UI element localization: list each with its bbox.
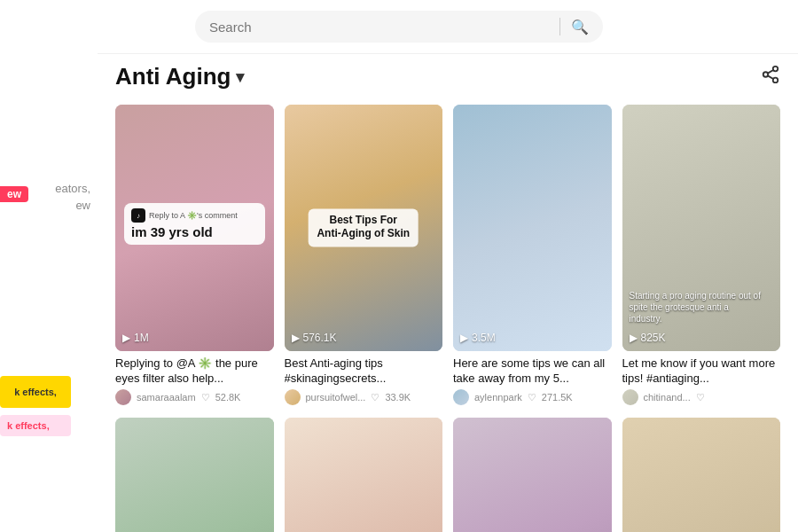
video-card-5[interactable]: [115, 418, 274, 532]
video-meta-2: pursuitofwel... ♡ 33.9K: [285, 389, 443, 405]
left-sidebar: ew eators, ew k effects, k effects,: [0, 49, 98, 532]
heart-icon-3: ♡: [528, 392, 536, 403]
likes-2: 33.9K: [385, 392, 411, 403]
video-card-3[interactable]: ▶ 3.5M Here are some tips we can all tak…: [453, 105, 612, 407]
likes-1: 52.8K: [215, 392, 241, 403]
search-icon[interactable]: 🔍: [571, 19, 589, 35]
sidebar-yellow-text: k effects,: [12, 385, 59, 399]
search-bar[interactable]: 🔍: [195, 11, 603, 43]
username-2: pursuitofwel...: [306, 392, 366, 403]
video-thumbnail-4: Starting a pro aging routine out of spit…: [622, 105, 781, 351]
avatar-3: [453, 389, 469, 405]
video-card-7[interactable]: [453, 418, 612, 532]
video-info-1: Replying to @A ✳️ the pure eyes filter a…: [115, 351, 274, 408]
main-content: Anti Aging ▾ ♪ Reply: [98, 49, 798, 532]
category-header: Anti Aging ▾: [115, 63, 780, 90]
category-title-group[interactable]: Anti Aging ▾: [115, 63, 244, 90]
sidebar-yellow-box: k effects,: [0, 376, 71, 408]
new-badge: ew: [0, 186, 28, 202]
reply-overlay-1: ♪ Reply to A ✳️'s comment im 39 yrs old: [124, 203, 265, 245]
video-meta-3: aylennpark ♡ 271.5K: [453, 389, 612, 405]
heart-icon-4: ♡: [696, 392, 705, 403]
video-thumbnail-1: ♪ Reply to A ✳️'s comment im 39 yrs old …: [115, 105, 274, 351]
video-thumbnail-3: ▶ 3.5M: [453, 105, 612, 351]
play-count-1: ▶ 1M: [122, 332, 149, 344]
video-thumbnail-5: [115, 418, 274, 532]
sidebar-effects-btn[interactable]: k effects,: [0, 415, 71, 436]
video-thumbnail-6: [285, 418, 443, 532]
video-card-1[interactable]: ♪ Reply to A ✳️'s comment im 39 yrs old …: [115, 105, 274, 407]
video-card-4[interactable]: Starting a pro aging routine out of spit…: [622, 105, 781, 407]
video-thumbnail-2: Best Tips ForAnti-Aging of Skin ▶ 576.1K: [285, 105, 443, 351]
video-thumbnail-8: [622, 418, 781, 532]
video-info-2: Best Anti-aging tips #skinagingsecrets..…: [285, 351, 443, 408]
category-title-text: Anti Aging: [115, 63, 231, 90]
username-4: chitinand...: [644, 392, 691, 403]
video-card-2[interactable]: Best Tips ForAnti-Aging of Skin ▶ 576.1K…: [285, 105, 443, 407]
video-meta-1: samaraaalam ♡ 52.8K: [115, 389, 274, 405]
best-tips-overlay: Best Tips ForAnti-Aging of Skin: [308, 208, 419, 246]
avatar-1: [115, 389, 131, 405]
svg-line-4: [768, 70, 773, 74]
search-input[interactable]: [209, 20, 549, 35]
share-icon[interactable]: [761, 65, 780, 89]
avatar-4: [622, 389, 638, 405]
svg-line-3: [768, 75, 773, 79]
video-title-2: Best Anti-aging tips #skinagingsecrets..…: [285, 356, 443, 387]
sidebar-ew-label: ew: [75, 199, 98, 212]
sidebar-button-area: k effects, k effects,: [0, 415, 80, 443]
video-card-8[interactable]: [622, 418, 781, 532]
video-title-4: Let me know if you want more tips! #anti…: [622, 356, 781, 387]
video-info-4: Let me know if you want more tips! #anti…: [622, 351, 781, 408]
tiktok-logo: ♪: [131, 208, 145, 223]
video-card-6[interactable]: [285, 418, 443, 532]
video-title-3: Here are some tips we can all take away …: [453, 356, 612, 387]
video-thumbnail-7: [453, 418, 612, 532]
video-info-3: Here are some tips we can all take away …: [453, 351, 612, 408]
username-3: aylennpark: [474, 392, 522, 403]
sidebar-creators-label: eators,: [55, 182, 98, 195]
likes-3: 271.5K: [542, 392, 573, 403]
dropdown-icon[interactable]: ▾: [236, 67, 244, 87]
video-grid: ♪ Reply to A ✳️'s comment im 39 yrs old …: [115, 105, 780, 532]
dark-overlay-4: Starting a pro aging routine out of spit…: [630, 290, 774, 325]
search-divider: [559, 18, 560, 35]
username-1: samaraaalam: [137, 392, 196, 403]
header: 🔍: [0, 0, 798, 54]
avatar-2: [285, 389, 301, 405]
video-title-1: Replying to @A ✳️ the pure eyes filter a…: [115, 356, 274, 387]
play-count-3: ▶ 3.5M: [460, 332, 496, 344]
heart-icon-1: ♡: [201, 392, 210, 403]
reply-main-text: im 39 yrs old: [131, 224, 258, 239]
heart-icon-2: ♡: [371, 392, 379, 403]
play-count-4: ▶ 825K: [630, 332, 666, 344]
video-meta-4: chitinand... ♡: [622, 389, 781, 405]
play-count-2: ▶ 576.1K: [292, 332, 337, 344]
